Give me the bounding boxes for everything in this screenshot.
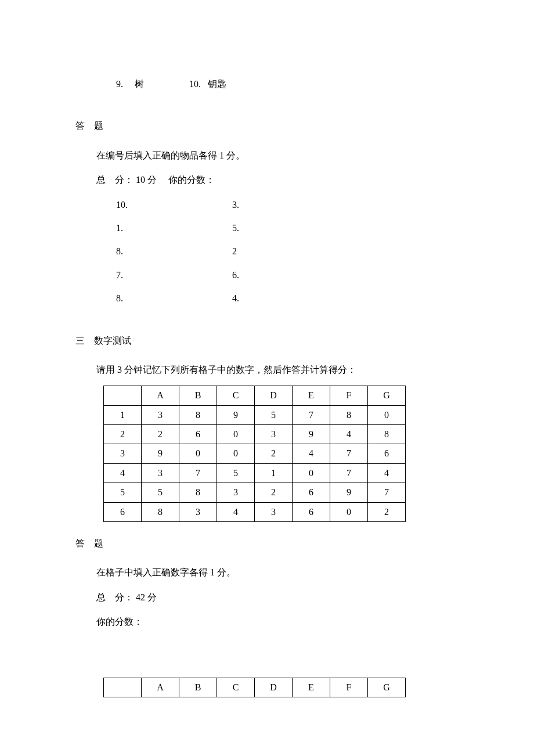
cell: 6 [293, 502, 330, 521]
answer-number-table: A B C D E F G [103, 678, 406, 697]
blank-left-1: 1. [116, 219, 232, 237]
table-row: 1 3 8 9 5 7 8 0 [104, 405, 406, 424]
number-table: A B C D E F G 1 3 8 9 5 7 8 0 2 2 6 0 3 … [103, 386, 406, 522]
col-header: B [179, 386, 217, 405]
cell: 4 [368, 463, 406, 483]
table-row: 2 2 6 0 3 9 4 8 [104, 425, 406, 444]
cell: 3 [142, 463, 179, 483]
table-row: 3 9 0 0 2 4 7 6 [104, 444, 406, 463]
cell: 5 [142, 483, 179, 502]
row-header: 4 [104, 463, 142, 483]
cell: 7 [179, 463, 217, 483]
col-header: C [217, 386, 255, 405]
cell: 3 [255, 502, 293, 521]
answer-blanks-grid: 10. 3. 1. 5. 8. 2 7. 6. 8. 4. [116, 196, 459, 308]
cell: 0 [179, 444, 217, 463]
cell: 7 [293, 405, 330, 424]
col-header: F [330, 678, 368, 697]
table-row: 4 3 7 5 1 0 7 4 [104, 463, 406, 483]
col-header: A [142, 386, 179, 405]
blank-right-4: 4. [232, 290, 348, 307]
blank-left-2: 8. [116, 243, 232, 260]
item-9-number: 9. [116, 75, 132, 93]
col-header: C [217, 678, 255, 697]
item-9-text: 树 [135, 79, 144, 89]
answer-table-header-row: A B C D E F G [104, 678, 406, 697]
col-header: B [179, 678, 217, 697]
item-10-text: 钥匙 [208, 79, 226, 89]
total-score-line-2: 总 分： 42 分 [75, 589, 459, 606]
cell: 4 [330, 425, 368, 444]
cell: 4 [217, 502, 255, 521]
blank-left-3: 7. [116, 267, 232, 284]
item-10-number: 10. [189, 75, 205, 93]
cell: 6 [368, 444, 406, 463]
blank-right-1: 5. [232, 219, 348, 237]
col-header: E [293, 386, 330, 405]
col-header: A [142, 678, 179, 697]
cell: 9 [293, 425, 330, 444]
table-row: 5 5 8 3 2 6 9 7 [104, 483, 406, 502]
cell: 5 [217, 463, 255, 483]
cell: 5 [255, 405, 293, 424]
cell: 0 [217, 444, 255, 463]
cell: 2 [368, 502, 406, 521]
cell: 1 [255, 463, 293, 483]
row-header: 2 [104, 425, 142, 444]
cell: 0 [330, 502, 368, 521]
cell: 7 [330, 444, 368, 463]
row-header: 6 [104, 502, 142, 521]
cell: 8 [179, 405, 217, 424]
cell: 6 [293, 483, 330, 502]
blank-right-2: 2 [232, 243, 348, 260]
cell: 4 [293, 444, 330, 463]
answer-instruction-1: 在编号后填入正确的物品各得 1 分。 [75, 147, 459, 164]
col-header: G [368, 386, 406, 405]
cell: 8 [179, 483, 217, 502]
cell: 9 [330, 483, 368, 502]
blank-left-4: 8. [116, 290, 232, 307]
blank-right-0: 3. [232, 196, 348, 214]
cell: 8 [330, 405, 368, 424]
section-3-instruction: 请用 3 分钟记忆下列所有格子中的数字，然后作答并计算得分： [75, 361, 459, 379]
cell: 0 [293, 463, 330, 483]
col-header: D [255, 386, 293, 405]
cell: 8 [368, 425, 406, 444]
cell: 6 [179, 425, 217, 444]
total-score-line-1: 总 分： 10 分 你的分数： [75, 171, 459, 189]
row-header: 5 [104, 483, 142, 502]
col-header: G [368, 678, 406, 697]
cell: 7 [330, 463, 368, 483]
cell: 7 [368, 483, 406, 502]
section-3-heading: 三 数字测试 [75, 332, 459, 350]
answer-instruction-2: 在格子中填入正确数字各得 1 分。 [75, 564, 459, 581]
cell: 2 [255, 483, 293, 502]
prior-list-tail: 9. 树 10. 钥匙 [116, 75, 459, 93]
col-header: D [255, 678, 293, 697]
cell: 2 [255, 444, 293, 463]
your-score-line: 你的分数： [75, 613, 459, 631]
cell: 0 [217, 425, 255, 444]
cell: 8 [142, 502, 179, 521]
cell: 3 [142, 405, 179, 424]
cell: 0 [368, 405, 406, 424]
cell: 3 [179, 502, 217, 521]
answer-heading-1: 答 题 [75, 117, 459, 135]
blank-left-0: 10. [116, 196, 232, 214]
table-corner-blank [104, 386, 142, 405]
row-header: 1 [104, 405, 142, 424]
table-header-row: A B C D E F G [104, 386, 406, 405]
cell: 3 [217, 483, 255, 502]
cell: 2 [142, 425, 179, 444]
cell: 9 [142, 444, 179, 463]
col-header: F [330, 386, 368, 405]
answer-heading-2: 答 题 [75, 535, 459, 552]
blank-right-3: 6. [232, 267, 348, 284]
table-corner-blank [104, 678, 142, 697]
table-row: 6 8 3 4 3 6 0 2 [104, 502, 406, 521]
col-header: E [293, 678, 330, 697]
cell: 3 [255, 425, 293, 444]
cell: 9 [217, 405, 255, 424]
row-header: 3 [104, 444, 142, 463]
